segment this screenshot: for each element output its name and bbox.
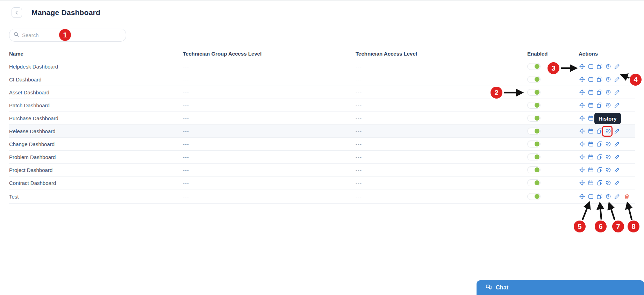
calendar-icon[interactable] <box>588 154 594 160</box>
enabled-toggle[interactable] <box>527 115 541 122</box>
move-icon[interactable] <box>579 115 585 121</box>
delete-icon[interactable] <box>623 194 630 199</box>
edit-icon[interactable] <box>614 89 620 95</box>
enabled-toggle[interactable] <box>527 166 541 173</box>
chat-button[interactable]: Chat <box>477 280 644 295</box>
dashboard-name: Test <box>9 194 183 200</box>
annotation-badge-7: 7 <box>612 221 624 232</box>
enabled-toggle[interactable] <box>527 179 541 186</box>
toggle-knob <box>535 194 539 199</box>
history-icon[interactable] <box>606 180 611 186</box>
calendar-icon[interactable] <box>588 128 594 134</box>
calendar-icon[interactable] <box>588 102 594 108</box>
move-icon[interactable] <box>579 141 585 147</box>
copy-icon[interactable] <box>597 89 602 95</box>
table-row: Problem Dashboard --- --- <box>9 151 635 164</box>
calendar-icon[interactable] <box>588 194 594 199</box>
chevron-left-icon <box>15 10 19 15</box>
page-title: Manage Dashboard <box>31 8 100 17</box>
column-header-actions: Actions <box>579 51 635 57</box>
edit-icon[interactable] <box>614 102 620 108</box>
annotation-badge-2: 2 <box>491 87 502 99</box>
history-icon[interactable] <box>606 167 611 173</box>
enabled-toggle[interactable] <box>527 193 541 200</box>
toggle-knob <box>535 142 539 146</box>
search-input[interactable] <box>22 32 122 38</box>
table-row: Contract Dashboard --- --- <box>9 177 635 189</box>
copy-icon[interactable] <box>597 64 602 69</box>
move-icon[interactable] <box>579 64 585 69</box>
edit-icon[interactable] <box>614 167 620 173</box>
copy-icon[interactable] <box>597 141 602 147</box>
move-icon[interactable] <box>579 154 585 160</box>
enabled-toggle[interactable] <box>527 102 541 109</box>
copy-icon[interactable] <box>597 128 602 134</box>
chat-button-label: Chat <box>496 285 508 291</box>
history-icon[interactable] <box>606 141 611 147</box>
enabled-toggle[interactable] <box>527 76 541 83</box>
edit-icon[interactable] <box>614 64 620 69</box>
dashboard-name: CI Dashboard <box>9 77 183 82</box>
copy-icon[interactable] <box>597 167 602 173</box>
annotation-badge-8: 8 <box>628 221 639 232</box>
calendar-icon[interactable] <box>588 115 594 121</box>
history-icon[interactable] <box>606 154 611 160</box>
row-actions <box>579 102 635 108</box>
copy-icon[interactable] <box>597 77 602 82</box>
copy-icon[interactable] <box>597 102 602 108</box>
calendar-icon[interactable] <box>588 64 594 69</box>
edit-icon[interactable] <box>614 141 620 147</box>
copy-icon[interactable] <box>597 180 602 186</box>
move-icon[interactable] <box>579 102 585 108</box>
back-button[interactable] <box>12 7 22 18</box>
calendar-icon[interactable] <box>588 141 594 147</box>
move-icon[interactable] <box>579 89 585 95</box>
edit-icon[interactable] <box>614 180 620 186</box>
enabled-toggle[interactable] <box>527 141 541 148</box>
enabled-toggle[interactable] <box>527 128 541 135</box>
table-row: Project Dashboard --- --- <box>9 164 635 177</box>
calendar-icon[interactable] <box>588 89 594 95</box>
group-access-value: --- <box>183 180 356 186</box>
history-icon[interactable] <box>606 77 611 82</box>
edit-icon[interactable] <box>614 154 620 160</box>
dashboard-name: Contract Dashboard <box>9 180 183 186</box>
annotation-badge-1: 1 <box>59 29 71 41</box>
dashboard-name: Change Dashboard <box>9 141 183 147</box>
access-value: --- <box>356 154 527 160</box>
move-icon[interactable] <box>579 128 585 134</box>
access-value: --- <box>356 128 527 134</box>
toggle-knob <box>535 103 539 108</box>
move-icon[interactable] <box>579 77 585 82</box>
calendar-icon[interactable] <box>588 77 594 82</box>
toggle-knob <box>535 116 539 121</box>
move-icon[interactable] <box>579 194 585 199</box>
table-row: Purchase Dashboard --- --- <box>9 112 635 125</box>
edit-icon[interactable] <box>614 77 620 82</box>
toggle-knob <box>535 180 539 185</box>
group-access-value: --- <box>183 102 356 108</box>
enabled-toggle[interactable] <box>527 63 541 70</box>
dashboard-name: Problem Dashboard <box>9 154 183 160</box>
history-icon[interactable] <box>606 89 611 95</box>
table-row: Asset Dashboard --- --- <box>9 86 635 99</box>
move-icon[interactable] <box>579 180 585 186</box>
dashboard-name: Helpdesk Dashboard <box>9 64 183 70</box>
history-icon[interactable] <box>606 194 611 199</box>
enabled-toggle[interactable] <box>527 153 541 160</box>
access-value: --- <box>356 77 527 82</box>
enabled-toggle[interactable] <box>527 89 541 96</box>
copy-icon[interactable] <box>597 194 602 199</box>
toggle-knob <box>535 129 539 134</box>
dashboard-name: Project Dashboard <box>9 167 183 173</box>
edit-icon[interactable] <box>614 194 620 199</box>
history-icon[interactable] <box>606 102 611 108</box>
toggle-knob <box>535 77 539 82</box>
edit-icon[interactable] <box>614 128 620 134</box>
history-icon[interactable] <box>606 64 611 69</box>
calendar-icon[interactable] <box>588 167 594 173</box>
calendar-icon[interactable] <box>588 180 594 186</box>
search-icon <box>14 32 19 38</box>
move-icon[interactable] <box>579 167 585 173</box>
copy-icon[interactable] <box>597 154 602 160</box>
